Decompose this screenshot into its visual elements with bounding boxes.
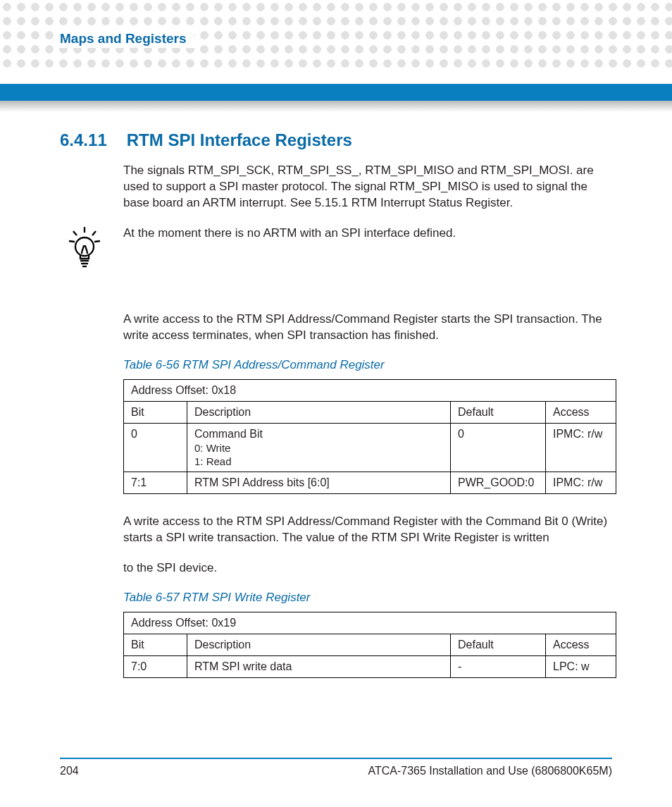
cell-description: RTM SPI write data — [187, 655, 451, 677]
col-header-description: Description — [187, 634, 451, 655]
svg-line-1 — [73, 231, 77, 235]
svg-point-5 — [75, 238, 94, 256]
paragraph-1: The signals RTM_SPI_SCK, RTM_SPI_SS_, RT… — [123, 163, 612, 211]
section-heading: 6.4.11 RTM SPI Interface Registers — [60, 130, 612, 150]
table-row: Bit Description Default Access — [124, 634, 616, 655]
table-rtm-spi-write: Address Offset: 0x19 Bit Description Def… — [123, 612, 616, 678]
desc-main: Command Bit — [194, 428, 263, 440]
page-content: 6.4.11 RTM SPI Interface Registers The s… — [0, 130, 672, 698]
col-header-bit: Bit — [124, 634, 187, 655]
cell-default: 0 — [451, 423, 546, 472]
svg-line-2 — [92, 231, 96, 235]
cell-access: LPC: w — [546, 655, 616, 677]
desc-sub2: 1: Read — [194, 455, 443, 467]
cell-description: Command Bit 0: Write 1: Read — [187, 423, 451, 472]
table-row: Address Offset: 0x18 — [124, 379, 616, 401]
table-rtm-spi-address-command: Address Offset: 0x18 Bit Description Def… — [123, 379, 616, 494]
table-row: 7:1 RTM SPI Address bits [6:0] PWR_GOOD:… — [124, 472, 616, 493]
cell-default: - — [451, 655, 546, 677]
cell-default: PWR_GOOD:0 — [451, 472, 546, 493]
lightbulb-icon — [60, 226, 109, 269]
paragraph-4: to the SPI device. — [123, 560, 612, 577]
note-text: At the moment there is no ARTM with an S… — [109, 226, 456, 242]
table2-caption: Table 6-57 RTM SPI Write Register — [123, 591, 612, 605]
col-header-access: Access — [546, 634, 616, 655]
table1-address: Address Offset: 0x18 — [124, 379, 616, 401]
cell-description: RTM SPI Address bits [6:0] — [187, 472, 451, 493]
col-header-default: Default — [451, 401, 546, 423]
cell-bit: 0 — [124, 423, 187, 472]
table2-address: Address Offset: 0x19 — [124, 612, 616, 634]
col-header-description: Description — [187, 401, 451, 423]
col-header-bit: Bit — [124, 401, 187, 423]
cell-access: IPMC: r/w — [546, 423, 616, 472]
table1-caption: Table 6-56 RTM SPI Address/Command Regis… — [123, 358, 612, 372]
header-gradient-bar — [0, 101, 672, 112]
section-title: RTM SPI Interface Registers — [127, 130, 352, 150]
svg-line-3 — [69, 241, 75, 242]
table-row: 0 Command Bit 0: Write 1: Read 0 IPMC: r… — [124, 423, 616, 472]
header-blue-bar — [0, 84, 672, 101]
cell-bit: 7:0 — [124, 655, 187, 677]
table-row: Address Offset: 0x19 — [124, 612, 616, 634]
cell-bit: 7:1 — [124, 472, 187, 493]
chapter-title: Maps and Registers — [60, 30, 194, 48]
paragraph-3: A write access to the RTM SPI Address/Co… — [123, 514, 612, 546]
col-header-default: Default — [451, 634, 546, 655]
paragraph-2: A write access to the RTM SPI Address/Co… — [123, 312, 612, 344]
page-footer: 204 ATCA-7365 Installation and Use (6806… — [60, 758, 612, 777]
page-number: 204 — [60, 765, 79, 777]
desc-sub1: 0: Write — [194, 442, 443, 454]
col-header-access: Access — [546, 401, 616, 423]
doc-title-footer: ATCA-7365 Installation and Use (6806800K… — [368, 765, 612, 777]
table-row: 7:0 RTM SPI write data - LPC: w — [124, 655, 616, 677]
cell-access: IPMC: r/w — [546, 472, 616, 493]
section-number: 6.4.11 — [60, 130, 107, 150]
svg-line-4 — [94, 241, 100, 242]
table-row: Bit Description Default Access — [124, 401, 616, 423]
note-block: At the moment there is no ARTM with an S… — [60, 226, 612, 269]
